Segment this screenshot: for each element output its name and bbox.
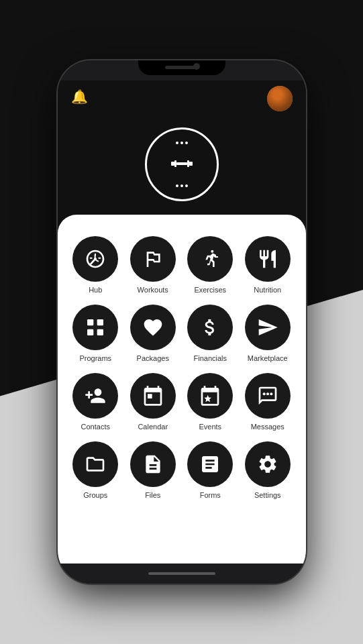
svg-point-13 [270, 392, 272, 395]
logo-area [58, 121, 306, 215]
financials-icon-circle [187, 305, 233, 350]
exercises-icon-circle [187, 236, 233, 282]
nutrition-icon-circle [245, 236, 291, 282]
grid-item-settings[interactable]: Settings [240, 439, 295, 502]
dumbbell-icon [171, 159, 193, 168]
files-icon-circle [130, 441, 176, 487]
financials-label: Financials [193, 354, 227, 362]
svg-point-12 [266, 392, 269, 395]
logo-circle [145, 127, 219, 201]
grid-item-marketplace[interactable]: Marketplace [240, 302, 295, 365]
svg-rect-9 [87, 329, 93, 335]
svg-point-6 [211, 250, 214, 253]
svg-rect-4 [189, 162, 193, 166]
grid-item-forms[interactable]: Forms [183, 439, 238, 502]
events-icon-circle [187, 373, 233, 419]
avatar[interactable] [267, 86, 293, 111]
messages-icon-circle [245, 373, 291, 419]
front-camera [193, 63, 200, 70]
grid-item-messages[interactable]: Messages [240, 370, 295, 433]
exercises-label: Exercises [194, 286, 226, 294]
grid-item-calendar[interactable]: Calendar [125, 370, 180, 433]
groups-label: Groups [83, 491, 107, 499]
phone-frame: 🔔 [58, 60, 306, 584]
logo-dots-top [176, 142, 188, 144]
phone-bottom [58, 564, 306, 584]
svg-rect-1 [174, 160, 176, 167]
marketplace-icon-circle [245, 305, 291, 350]
grid-item-packages[interactable]: Packages [125, 302, 180, 365]
forms-label: Forms [200, 491, 221, 499]
grid-item-files[interactable]: Files [125, 439, 180, 502]
svg-rect-2 [176, 162, 187, 165]
screen: 🔔 [58, 80, 306, 564]
grid-item-groups[interactable]: Groups [68, 439, 123, 502]
events-label: Events [199, 423, 221, 431]
bell-icon: 🔔 [71, 89, 88, 105]
grid-item-programs[interactable]: Programs [68, 302, 123, 365]
grid-item-financials[interactable]: Financials [183, 302, 238, 365]
programs-label: Programs [79, 354, 111, 362]
forms-icon-circle [187, 441, 233, 487]
workouts-icon-circle [130, 236, 176, 282]
settings-label: Settings [254, 491, 281, 499]
notification-bell[interactable]: 🔔 [71, 89, 88, 105]
contacts-label: Contacts [81, 423, 110, 431]
app-grid: HubWorkoutsExercisesNutritionProgramsPac… [68, 233, 295, 502]
svg-rect-7 [87, 319, 93, 325]
grid-item-nutrition[interactable]: Nutrition [240, 233, 295, 297]
notch [138, 60, 225, 75]
grid-item-workouts[interactable]: Workouts [125, 233, 180, 297]
calendar-icon-circle [130, 373, 176, 419]
programs-icon-circle [72, 305, 118, 350]
header: 🔔 [58, 80, 306, 121]
calendar-label: Calendar [138, 423, 168, 431]
messages-label: Messages [251, 423, 284, 431]
marketplace-label: Marketplace [248, 354, 288, 362]
home-bar [148, 572, 215, 575]
nutrition-label: Nutrition [254, 286, 281, 294]
svg-rect-8 [97, 319, 103, 325]
contacts-icon-circle [72, 373, 118, 419]
groups-icon-circle [72, 441, 118, 487]
svg-rect-0 [171, 162, 174, 166]
packages-label: Packages [137, 354, 169, 362]
grid-item-events[interactable]: Events [183, 370, 238, 433]
svg-point-11 [262, 392, 265, 395]
grid-item-hub[interactable]: Hub [68, 233, 123, 297]
avatar-image [267, 86, 293, 111]
files-label: Files [145, 491, 160, 499]
phone-notch-area [58, 60, 306, 80]
grid-item-exercises[interactable]: Exercises [183, 233, 238, 297]
hub-icon-circle [72, 236, 118, 282]
svg-rect-10 [97, 329, 103, 335]
svg-rect-3 [187, 160, 189, 167]
workouts-label: Workouts [138, 286, 168, 294]
packages-icon-circle [130, 305, 176, 350]
logo-dots-bottom [176, 184, 188, 187]
grid-item-contacts[interactable]: Contacts [68, 370, 123, 433]
main-card: HubWorkoutsExercisesNutritionProgramsPac… [58, 215, 306, 564]
settings-icon-circle [245, 441, 291, 487]
hub-label: Hub [89, 286, 102, 294]
